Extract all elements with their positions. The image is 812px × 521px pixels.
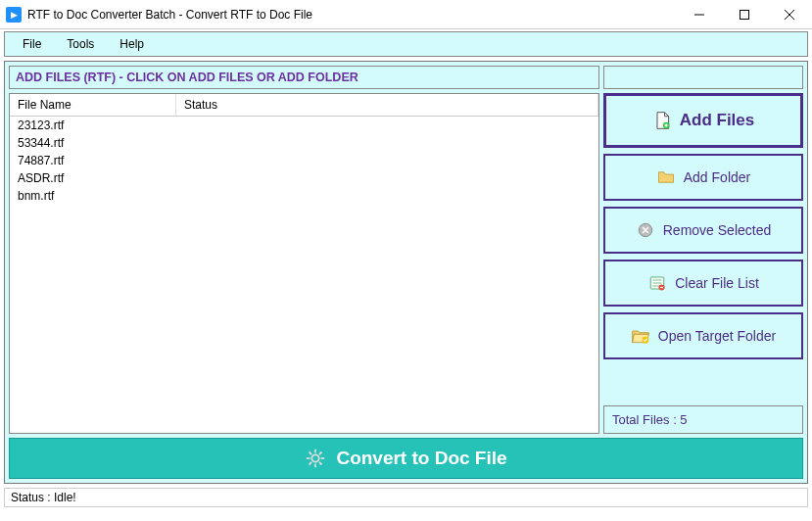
open-folder-icon [631,326,650,346]
file-name-cell: bnm.rtf [10,189,176,203]
table-row[interactable]: 53344.rtf [10,134,598,152]
side-panel: Add Files Add Folder Remove Selected Cle… [603,93,803,434]
table-row[interactable]: 74887.rtf [10,152,598,169]
file-rows[interactable]: 23123.rtf 53344.rtf 74887.rtf ASDR.rtf b… [10,117,598,433]
instruction-label: ADD FILES (RTF) - CLICK ON ADD FILES OR … [9,66,599,89]
svg-line-20 [319,451,322,454]
close-button[interactable] [767,0,812,29]
remove-selected-button[interactable]: Remove Selected [603,207,803,254]
title-bar: RTF to Doc Converter Batch - Convert RTF… [0,0,812,29]
minimize-button[interactable] [677,0,722,29]
instruction-spacer [603,66,803,89]
svg-point-12 [312,454,319,461]
status-text: Status : Idle! [11,491,76,504]
svg-line-19 [310,462,312,465]
open-target-label: Open Target Folder [658,328,776,344]
table-row[interactable]: 23123.rtf [10,117,598,134]
menu-file[interactable]: File [11,35,53,53]
add-folder-label: Add Folder [684,169,750,185]
menu-tools[interactable]: Tools [55,35,106,53]
file-name-cell: 74887.rtf [10,154,176,167]
clear-list-label: Clear File List [675,275,759,291]
svg-rect-1 [740,10,749,19]
svg-line-18 [319,462,322,465]
file-name-cell: ASDR.rtf [10,171,176,185]
open-target-folder-button[interactable]: Open Target Folder [603,312,803,359]
add-files-label: Add Files [680,111,755,130]
window-title: RTF to Doc Converter Batch - Convert RTF… [27,8,312,22]
menu-bar: File Tools Help [4,31,808,57]
status-bar: Status : Idle! [4,488,808,507]
clear-list-icon [647,273,667,293]
remove-icon [636,220,655,240]
table-row[interactable]: bnm.rtf [10,187,598,205]
app-icon [6,7,22,23]
file-name-cell: 23123.rtf [10,118,176,132]
remove-selected-label: Remove Selected [663,222,772,238]
menu-help[interactable]: Help [108,35,156,53]
gear-icon [305,448,326,469]
column-header-status[interactable]: Status [176,94,598,116]
column-header-name[interactable]: File Name [10,94,176,116]
folder-icon [656,167,676,187]
file-add-icon [652,111,672,130]
convert-label: Convert to Doc File [336,448,506,469]
table-row[interactable]: ASDR.rtf [10,169,598,187]
maximize-button[interactable] [722,0,767,29]
add-folder-button[interactable]: Add Folder [603,154,803,201]
svg-line-17 [310,451,312,454]
file-list-header: File Name Status [10,94,598,117]
convert-button[interactable]: Convert to Doc File [9,438,803,479]
file-name-cell: 53344.rtf [10,136,176,150]
clear-list-button[interactable]: Clear File List [603,260,803,307]
total-files-label: Total Files : 5 [603,405,803,434]
file-list-panel: File Name Status 23123.rtf 53344.rtf 748… [9,93,599,434]
client-area: ADD FILES (RTF) - CLICK ON ADD FILES OR … [4,61,808,484]
window-controls [677,0,812,29]
add-files-button[interactable]: Add Files [603,93,803,148]
